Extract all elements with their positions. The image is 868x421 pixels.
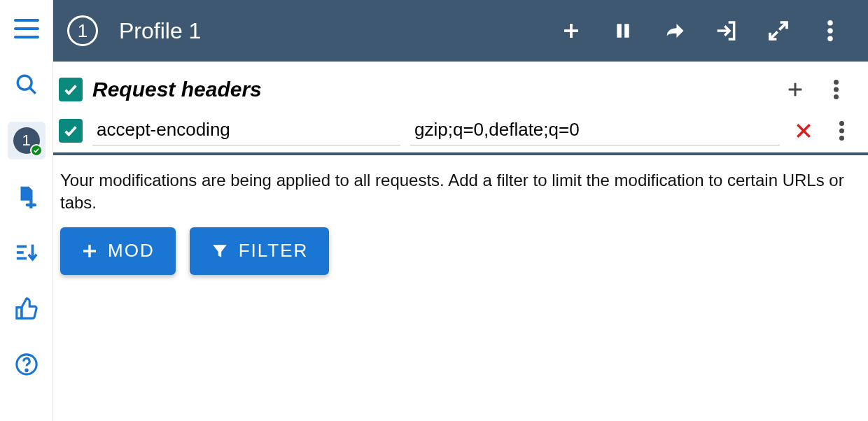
svg-rect-1	[14, 27, 39, 30]
more-vertical-icon	[827, 20, 833, 41]
svg-point-26	[834, 87, 839, 92]
section-more-button[interactable]	[820, 74, 851, 105]
svg-point-22	[827, 36, 833, 42]
add-mod-label: MOD	[108, 240, 155, 262]
profile-badge-number: 1	[22, 131, 30, 150]
section-enable-checkbox[interactable]	[59, 78, 83, 101]
sidebar-like-button[interactable]	[8, 290, 46, 327]
header-value-input[interactable]	[410, 116, 780, 145]
add-filter-label: FILTER	[239, 240, 309, 262]
svg-point-12	[25, 369, 27, 371]
sidebar-help-button[interactable]	[8, 345, 46, 383]
svg-rect-2	[14, 36, 39, 38]
topbar-more-button[interactable]	[812, 13, 848, 49]
svg-rect-6	[25, 204, 36, 206]
topbar: 1 Profile 1	[53, 0, 868, 62]
sort-icon	[15, 241, 38, 264]
section-title: Request headers	[92, 78, 770, 101]
more-vertical-icon	[839, 121, 844, 141]
sidebar-add-file-button[interactable]	[8, 178, 46, 215]
header-entry-row	[53, 113, 868, 152]
entry-more-button[interactable]	[827, 117, 855, 145]
header-name-input[interactable]	[92, 116, 400, 145]
plus-icon	[561, 20, 582, 41]
menu-button[interactable]	[8, 10, 46, 48]
svg-point-3	[18, 76, 31, 90]
svg-point-32	[839, 136, 844, 141]
file-plus-icon	[15, 185, 38, 208]
filter-icon	[211, 242, 229, 260]
topbar-profile-badge: 1	[67, 15, 98, 46]
more-vertical-icon	[834, 80, 839, 99]
check-icon	[63, 123, 78, 138]
svg-point-27	[834, 94, 839, 99]
hamburger-icon	[14, 19, 39, 38]
import-icon	[715, 20, 738, 42]
topbar-share-button[interactable]	[657, 13, 693, 49]
sidebar-profile-1[interactable]: 1	[8, 122, 46, 159]
svg-rect-0	[14, 19, 39, 22]
sidebar: 1	[0, 0, 53, 421]
svg-point-31	[839, 129, 844, 134]
topbar-import-button[interactable]	[708, 13, 745, 49]
search-icon	[15, 73, 38, 97]
svg-point-21	[827, 28, 833, 34]
add-mod-button[interactable]: MOD	[60, 227, 176, 275]
add-filter-button[interactable]: FILTER	[190, 227, 330, 275]
topbar-add-button[interactable]	[553, 13, 589, 49]
close-icon	[794, 122, 813, 140]
button-row: MOD FILTER	[60, 227, 850, 275]
expand-icon	[767, 20, 790, 42]
topbar-pause-button[interactable]	[605, 13, 641, 49]
svg-rect-15	[617, 24, 622, 38]
plus-icon	[81, 243, 98, 259]
svg-point-30	[839, 121, 844, 126]
svg-line-4	[29, 88, 35, 94]
share-icon	[663, 20, 687, 41]
svg-point-20	[827, 20, 833, 26]
svg-point-25	[834, 80, 839, 85]
section-header-row: Request headers	[53, 62, 868, 113]
sidebar-sort-button[interactable]	[8, 234, 46, 271]
section-add-button[interactable]	[780, 74, 811, 105]
entry-delete-button[interactable]	[790, 117, 818, 145]
info-text: Your modifications are being applied to …	[60, 169, 850, 215]
topbar-expand-button[interactable]	[760, 13, 797, 49]
entry-enable-checkbox[interactable]	[59, 119, 83, 143]
sidebar-search-button[interactable]	[8, 66, 46, 104]
topbar-profile-number: 1	[78, 20, 88, 42]
plus-icon	[785, 80, 805, 99]
help-icon	[15, 352, 38, 376]
thumbs-up-icon	[15, 297, 38, 320]
profile-active-check-icon	[30, 144, 43, 157]
main-panel: 1 Profile 1 Reque	[53, 0, 868, 421]
info-panel: Your modifications are being applied to …	[53, 155, 868, 275]
check-icon	[63, 82, 78, 97]
pause-icon	[614, 20, 632, 41]
page-title: Profile 1	[119, 18, 538, 44]
svg-rect-16	[624, 24, 629, 38]
